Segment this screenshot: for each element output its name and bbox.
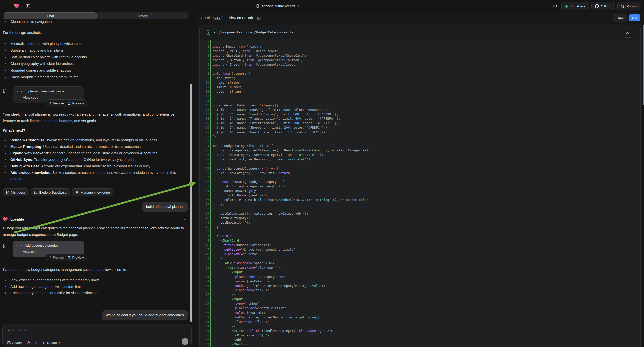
collapse-file-button[interactable] (623, 28, 632, 38)
code-line: 66 <Plus size={16} /> (200, 333, 640, 338)
list-item: Rounded corners and subtle shadows (3, 67, 185, 74)
code-line: 23 (200, 139, 640, 144)
manage-knowledge-button[interactable]: Manage knowledge (72, 188, 113, 196)
version-card-2: < > Add budget categories › View code ↺R… (3, 241, 187, 266)
exit-button[interactable]: Exit (205, 16, 210, 20)
code-line: 54 value={newCategory} (200, 279, 640, 284)
explore-supabase-button[interactable]: Explore Supabase (31, 188, 70, 196)
code-line: 2import React from 'react'; (200, 44, 640, 49)
version-card-1: < > Implement financial planner › View c… (3, 86, 187, 112)
chat-bubble-icon (34, 191, 38, 194)
kbd-esc: ESC (213, 16, 222, 20)
external-link-icon (68, 102, 71, 105)
view-code-link[interactable]: View code (23, 250, 80, 254)
chat-scrollbar[interactable] (190, 84, 192, 322)
code-line: 52 <Input (200, 270, 640, 274)
code-line: 50 <div className="space-y-6"> (200, 261, 640, 265)
assistant-paragraph: I've added a new budget categories manag… (3, 266, 187, 273)
external-link-icon (6, 191, 10, 194)
supabase-button[interactable]: Supabase (561, 2, 589, 10)
code-line: 65 <Button onClick={handleAddCategory} c… (200, 328, 640, 333)
code-line: 34 name: newCategory, (200, 189, 640, 193)
code-line: 26 const [newCategory, setNewCategory] =… (200, 152, 640, 157)
code-line: 21 { id: '6', name: 'Healthcare', limit:… (200, 130, 640, 135)
file-added-icon (206, 30, 210, 34)
code-line: 4import ChartCard from '@/components/ui/… (200, 53, 640, 58)
whats-next-heading: What's next? (3, 128, 26, 132)
code-diff-view[interactable]: 12import React from 'react';3import { Pl… (200, 40, 640, 347)
lovable-heart-icon[interactable]: ▾ (14, 4, 22, 9)
github-icon (595, 4, 599, 8)
code-line: 68 </Button> (200, 342, 640, 346)
github-button[interactable]: GitHub (592, 2, 615, 10)
arrow-up-icon: ↑ (184, 340, 186, 344)
restore-button[interactable]: ↺Restore (48, 101, 64, 105)
preview-button[interactable]: Preview (68, 101, 84, 105)
code-line: 20 { id: '5', name: 'Shopping', limit: 2… (200, 126, 640, 130)
list-item: Each category gets a unique color for vi… (3, 290, 186, 296)
code-line: 64 /> (200, 324, 640, 328)
mode-select[interactable]: Default ▾ (42, 341, 60, 344)
app-window: ▾ financial-future-creator ▾ ⚙ S (0, 0, 644, 347)
version-card[interactable]: < > Add budget categories › View code ↺R… (13, 241, 84, 258)
code-line: 46 title="Budget Categories" (200, 243, 640, 248)
code-scrollbar[interactable] (642, 25, 644, 104)
fold-chevron-icon: ▾ (209, 180, 210, 184)
attach-button[interactable]: Attach (7, 341, 22, 344)
code-line: 43 (200, 229, 640, 234)
chat-composer: Attach Edit Default ▾ ↑ (2, 324, 192, 347)
code-line: 45 <ChartCard (200, 238, 640, 243)
view-on-github-link[interactable]: View on GitHub (229, 16, 253, 20)
code-line: 56 className="flex-1" (200, 288, 640, 292)
attach-image-icon (7, 341, 11, 344)
code-line: 41 setNewLimit(''); (200, 220, 640, 225)
code-line: 8▾interface Category { (200, 72, 640, 76)
list-item: Subtle animations and transitions (3, 47, 185, 54)
code-line: 22]; (200, 135, 640, 139)
chat-input[interactable] (8, 327, 168, 332)
code-line: 5import { Button } from '@/components/ui… (200, 58, 640, 62)
code-line: 47 subtitle="Manage your spending limits… (200, 248, 640, 252)
list-item: Glass-morphic elements for a premium fee… (3, 74, 185, 81)
added-bullet-list: View existing budget categories with the… (3, 277, 186, 296)
bookmark-icon[interactable] (3, 244, 6, 248)
intro-bullet-list: Clean, intuitive navigation (3, 18, 185, 25)
publish-globe-icon (621, 4, 624, 8)
code-line: 42 }; (200, 225, 640, 229)
code-line: 1 (200, 40, 640, 44)
view-code-link[interactable]: View code (23, 96, 80, 99)
preview-button[interactable]: Preview (68, 256, 84, 260)
chat-panel: Chat History Clean, intuitive navigation… (0, 12, 197, 347)
sidebar-toggle-icon[interactable] (24, 2, 32, 10)
code-line: 44 return ( (200, 234, 640, 238)
publish-button[interactable]: Publish (617, 2, 641, 10)
project-switcher[interactable]: financial-future-creator ▾ (256, 0, 299, 12)
settings-gear-icon[interactable]: ⚙ (552, 2, 559, 10)
visit-docs-button[interactable]: Visit docs (3, 188, 29, 196)
code-header: ‹ Exit ESC View on GitHub G Raw Diff (197, 12, 644, 24)
restore-button[interactable]: ↺Restore (48, 256, 64, 260)
version-title: Add budget categories (25, 244, 58, 248)
restore-icon: ↺ (48, 101, 51, 105)
edit-button[interactable]: Edit (27, 341, 37, 344)
fold-chevron-icon: ▾ (209, 72, 210, 76)
raw-toggle-button[interactable]: Raw (613, 14, 627, 22)
fold-chevron-icon: ▾ (209, 166, 210, 171)
code-line: 63 className="flex-1" (200, 320, 640, 324)
next-steps-list: Refine & Customize: Tweak the design, an… (3, 137, 186, 182)
send-button[interactable]: ↑ (182, 338, 188, 345)
version-card[interactable]: < > Implement financial planner › View c… (13, 86, 84, 103)
code-line: 25 const [categories, setCategories] = R… (200, 148, 640, 152)
bookmark-icon[interactable] (3, 89, 6, 94)
file-bar[interactable]: src/components/budget/BudgetCategories.t… (200, 25, 640, 40)
code-line: 9 id: string; (200, 76, 640, 80)
assistant-paragraph: I'll help you add budget categories to t… (3, 225, 187, 238)
code-line: 6import { Input } from '@/components/ui/… (200, 62, 640, 67)
version-actions: ↺Restore Preview (46, 99, 87, 107)
diff-toggle-button[interactable]: Diff (629, 14, 640, 22)
code-card: src/components/budget/BudgetCategories.t… (200, 25, 640, 347)
more-options-icon[interactable]: ⋯ (184, 217, 188, 222)
chevron-down-icon: ▾ (59, 341, 60, 344)
code-line: 30 if (!newCategory || !newLimit) return… (200, 171, 640, 175)
code-line: 67 Add (200, 338, 640, 342)
